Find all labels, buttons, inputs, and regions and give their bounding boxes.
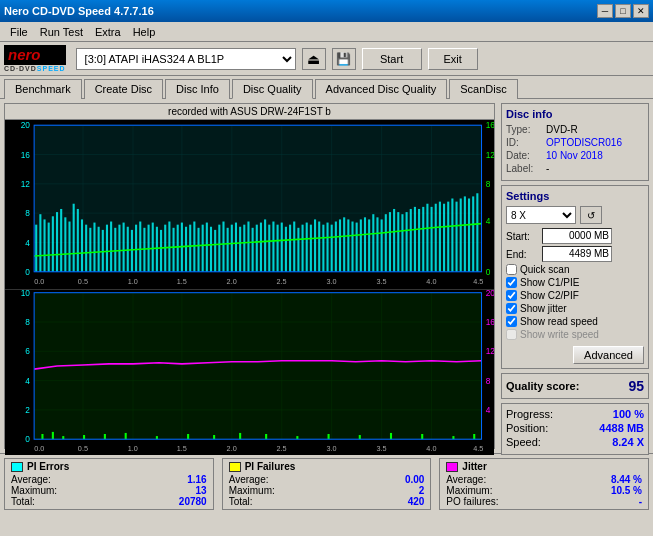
svg-rect-148 (34, 293, 481, 440)
svg-rect-46 (156, 227, 158, 272)
svg-text:16: 16 (486, 120, 494, 130)
quick-scan-checkbox[interactable] (506, 264, 517, 275)
show-c1-checkbox[interactable] (506, 277, 517, 288)
start-button[interactable]: Start (362, 48, 422, 70)
start-field[interactable]: 0000 MB (542, 228, 612, 244)
exit-button[interactable]: Exit (428, 48, 478, 70)
svg-rect-36 (114, 228, 116, 272)
svg-text:0.0: 0.0 (34, 277, 44, 286)
svg-rect-96 (364, 217, 366, 271)
disc-label-row: Label: - (506, 163, 644, 174)
charts-area: 20 16 12 8 4 0 16 12 8 4 0 0.0 0.5 1.0 1… (5, 120, 494, 455)
menu-file[interactable]: File (4, 25, 34, 39)
tab-disc-info[interactable]: Disc Info (165, 79, 230, 99)
show-c2-row: Show C2/PIF (506, 290, 644, 301)
show-jitter-row: Show jitter (506, 303, 644, 314)
tab-bar: Benchmark Create Disc Disc Info Disc Qua… (0, 76, 653, 98)
svg-rect-58 (206, 223, 208, 272)
speed-select[interactable]: 8 X (506, 206, 576, 224)
svg-text:1.5: 1.5 (177, 277, 187, 286)
show-c2-checkbox[interactable] (506, 290, 517, 301)
id-label: ID: (506, 137, 546, 148)
tab-benchmark[interactable]: Benchmark (4, 79, 82, 99)
svg-rect-91 (343, 217, 345, 271)
svg-rect-100 (381, 219, 383, 271)
eject-button[interactable]: ⏏ (302, 48, 326, 70)
progress-value: 100 % (613, 408, 644, 420)
quick-scan-label: Quick scan (520, 264, 569, 275)
svg-rect-168 (104, 434, 106, 439)
svg-text:8: 8 (25, 208, 30, 218)
pi-errors-max-value: 13 (196, 485, 207, 496)
svg-rect-103 (393, 209, 395, 272)
end-row: End: 4489 MB (506, 246, 644, 262)
quality-score-value: 95 (628, 378, 644, 394)
svg-rect-66 (239, 227, 241, 272)
jitter-max-value: 10.5 % (611, 485, 642, 496)
svg-rect-63 (227, 228, 229, 272)
start-label: Start: (506, 231, 538, 242)
menu-help[interactable]: Help (127, 25, 162, 39)
minimize-button[interactable]: ─ (597, 4, 613, 18)
jitter-group: Jitter Average: 8.44 % Maximum: 10.5 % P… (439, 458, 649, 510)
svg-rect-31 (93, 223, 95, 272)
po-failures-row: PO failures: - (446, 496, 642, 507)
svg-rect-98 (372, 214, 374, 272)
svg-rect-167 (83, 435, 85, 439)
svg-rect-71 (260, 223, 262, 272)
svg-rect-94 (356, 223, 358, 272)
svg-rect-109 (418, 209, 420, 272)
advanced-btn-container: Advanced (506, 344, 644, 364)
save-button[interactable]: 💾 (332, 48, 356, 70)
po-failures-value: - (639, 496, 642, 507)
refresh-button[interactable]: ↺ (580, 206, 602, 224)
close-button[interactable]: ✕ (633, 4, 649, 18)
jitter-avg-label: Average: (446, 474, 486, 485)
menu-bar: File Run Test Extra Help (0, 22, 653, 42)
disc-info-panel: Disc info Type: DVD-R ID: OPTODISCR016 D… (501, 103, 649, 181)
title-bar: Nero CD-DVD Speed 4.7.7.16 ─ □ ✕ (0, 0, 653, 22)
window-controls: ─ □ ✕ (597, 4, 649, 18)
settings-panel: Settings 8 X ↺ Start: 0000 MB End: 4489 … (501, 185, 649, 369)
tab-create-disc[interactable]: Create Disc (84, 79, 163, 99)
main-content: recorded with ASUS DRW-24F1ST b (0, 98, 653, 453)
svg-rect-86 (322, 225, 324, 272)
tab-advanced-disc-quality[interactable]: Advanced Disc Quality (315, 79, 448, 99)
maximize-button[interactable]: □ (615, 4, 631, 18)
advanced-button[interactable]: Advanced (573, 346, 644, 364)
svg-text:2.5: 2.5 (277, 277, 287, 286)
date-label: Date: (506, 150, 546, 161)
svg-text:8: 8 (486, 179, 491, 189)
svg-rect-171 (187, 434, 189, 439)
end-field[interactable]: 4489 MB (542, 246, 612, 262)
svg-rect-32 (98, 227, 100, 272)
svg-text:0.5: 0.5 (78, 277, 88, 286)
svg-rect-19 (43, 219, 45, 271)
svg-rect-29 (85, 225, 87, 272)
quick-scan-row: Quick scan (506, 264, 644, 275)
svg-rect-45 (152, 223, 154, 272)
menu-run-test[interactable]: Run Test (34, 25, 89, 39)
right-panel: Disc info Type: DVD-R ID: OPTODISCR016 D… (501, 103, 649, 449)
svg-text:12: 12 (21, 179, 31, 189)
show-jitter-checkbox[interactable] (506, 303, 517, 314)
disc-id-row: ID: OPTODISCR016 (506, 137, 644, 148)
svg-rect-61 (218, 225, 220, 272)
svg-text:20: 20 (21, 120, 31, 130)
svg-rect-34 (106, 225, 108, 272)
show-read-speed-checkbox[interactable] (506, 316, 517, 327)
svg-rect-38 (123, 223, 125, 272)
show-write-speed-checkbox[interactable] (506, 329, 517, 340)
svg-rect-113 (435, 204, 437, 272)
menu-extra[interactable]: Extra (89, 25, 127, 39)
pi-failures-title: PI Failures (245, 461, 296, 472)
pi-failures-max-value: 2 (419, 485, 425, 496)
pi-failures-group: PI Failures Average: 0.00 Maximum: 2 Tot… (222, 458, 432, 510)
jitter-max-row: Maximum: 10.5 % (446, 485, 642, 496)
tab-scandisc[interactable]: ScanDisc (449, 79, 517, 99)
svg-rect-81 (302, 225, 304, 272)
svg-rect-56 (197, 228, 199, 272)
tab-disc-quality[interactable]: Disc Quality (232, 79, 313, 99)
svg-rect-35 (110, 222, 112, 272)
drive-select[interactable]: [3:0] ATAPI iHAS324 A BL1P (76, 48, 296, 70)
